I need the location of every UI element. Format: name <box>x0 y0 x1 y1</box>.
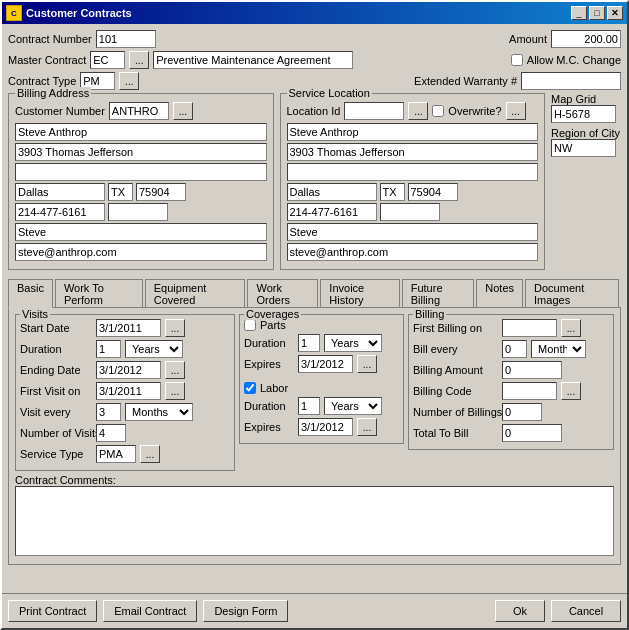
minimize-button[interactable]: _ <box>571 6 587 20</box>
maximize-button[interactable]: □ <box>589 6 605 20</box>
billing-code-input[interactable] <box>502 382 557 400</box>
email-contract-button[interactable]: Email Contract <box>103 600 197 622</box>
parts-expires-input[interactable] <box>298 355 353 373</box>
tab-work-to-perform[interactable]: Work To Perform <box>55 279 143 308</box>
visit-every-input[interactable] <box>96 403 121 421</box>
contract-number-input[interactable] <box>96 30 156 48</box>
bill-every-input[interactable] <box>502 340 527 358</box>
tab-document-images[interactable]: Document Images <box>525 279 619 308</box>
master-contract-input[interactable] <box>90 51 125 69</box>
contract-type-label: Contract Type <box>8 75 76 87</box>
labor-expires-browse-button[interactable]: ... <box>357 418 377 436</box>
contract-comments-section: Contract Comments: <box>15 474 614 558</box>
service-phone-input[interactable] <box>287 203 377 221</box>
service-address2-input[interactable] <box>287 163 539 181</box>
ending-date-input[interactable] <box>96 361 161 379</box>
billing-amount-input[interactable] <box>502 361 562 379</box>
region-input[interactable] <box>551 139 616 157</box>
contract-type-browse-button[interactable]: ... <box>119 72 139 90</box>
billing-phone-input[interactable] <box>15 203 105 221</box>
service-city-input[interactable] <box>287 183 377 201</box>
parts-expires-browse-button[interactable]: ... <box>357 355 377 373</box>
location-browse-button[interactable]: ... <box>408 102 428 120</box>
visit-every-unit-select[interactable]: Months Years <box>125 403 193 421</box>
visit-every-label: Visit every <box>20 406 92 418</box>
billing-state-input[interactable] <box>108 183 133 201</box>
contract-comments-textarea[interactable] <box>15 486 614 556</box>
region-group: Region of City <box>551 127 621 157</box>
customer-number-input[interactable] <box>109 102 169 120</box>
service-contact-input[interactable] <box>287 223 539 241</box>
service-name-input[interactable] <box>287 123 539 141</box>
window-title: Customer Contracts <box>26 7 567 19</box>
service-email-input[interactable] <box>287 243 539 261</box>
num-visits-input[interactable] <box>96 424 126 442</box>
service-phone2-input[interactable] <box>380 203 440 221</box>
tab-future-billing[interactable]: Future Billing <box>402 279 475 308</box>
right-buttons: Ok Cancel <box>495 600 621 622</box>
billing-zip-input[interactable] <box>136 183 186 201</box>
labor-duration-unit-select[interactable]: Years Months <box>324 397 382 415</box>
labor-expires-label: Expires <box>244 421 294 433</box>
master-contract-browse-button[interactable]: ... <box>129 51 149 69</box>
location-id-input[interactable] <box>344 102 404 120</box>
parts-duration-unit-select[interactable]: Years Months <box>324 334 382 352</box>
master-contract-desc-input[interactable] <box>153 51 353 69</box>
amount-input[interactable] <box>551 30 621 48</box>
billing-address1-input[interactable] <box>15 143 267 161</box>
tab-work-orders[interactable]: Work Orders <box>247 279 318 308</box>
map-grid-label: Map Grid <box>551 93 621 105</box>
allow-mc-change-checkbox[interactable] <box>511 54 523 66</box>
ending-date-browse-button[interactable]: ... <box>165 361 185 379</box>
overwrite-checkbox[interactable] <box>432 105 444 117</box>
design-form-button[interactable]: Design Form <box>203 600 288 622</box>
first-billing-input[interactable] <box>502 319 557 337</box>
parts-duration-input[interactable] <box>298 334 320 352</box>
service-state-input[interactable] <box>380 183 405 201</box>
first-visit-input[interactable] <box>96 382 161 400</box>
labor-checkbox[interactable] <box>244 382 256 394</box>
start-date-input[interactable] <box>96 319 161 337</box>
labor-expires-input[interactable] <box>298 418 353 436</box>
billing-city-input[interactable] <box>15 183 105 201</box>
service-zip-input[interactable] <box>408 183 458 201</box>
total-to-bill-input[interactable] <box>502 424 562 442</box>
num-billings-input[interactable] <box>502 403 542 421</box>
billing-phone2-input[interactable] <box>108 203 168 221</box>
customer-browse-button[interactable]: ... <box>173 102 193 120</box>
bill-every-unit-select[interactable]: Months Years <box>531 340 586 358</box>
close-button[interactable]: ✕ <box>607 6 623 20</box>
billing-address2-input[interactable] <box>15 163 267 181</box>
location-id-row: Location Id ... Overwrite? ... <box>287 102 539 120</box>
duration-unit-select[interactable]: Years Months <box>125 340 183 358</box>
first-billing-browse-button[interactable]: ... <box>561 319 581 337</box>
billing-name-input[interactable] <box>15 123 267 141</box>
num-visits-row: Number of Visits <box>20 424 230 442</box>
map-grid-input[interactable] <box>551 105 616 123</box>
service-address1-input[interactable] <box>287 143 539 161</box>
extended-warranty-input[interactable] <box>521 72 621 90</box>
first-visit-browse-button[interactable]: ... <box>165 382 185 400</box>
service-location-group: Service Location Location Id ... Overwri… <box>280 93 546 270</box>
service-type-input[interactable] <box>96 445 136 463</box>
billing-email-input[interactable] <box>15 243 267 261</box>
duration-input[interactable] <box>96 340 121 358</box>
tab-equipment-covered[interactable]: Equipment Covered <box>145 279 246 308</box>
labor-row: Labor <box>244 382 399 394</box>
tab-basic[interactable]: Basic <box>8 279 53 308</box>
parts-duration-label: Duration <box>244 337 294 349</box>
labor-label: Labor <box>260 382 288 394</box>
tab-notes[interactable]: Notes <box>476 279 523 308</box>
overwrite-browse-button[interactable]: ... <box>506 102 526 120</box>
start-date-browse-button[interactable]: ... <box>165 319 185 337</box>
service-type-browse-button[interactable]: ... <box>140 445 160 463</box>
print-contract-button[interactable]: Print Contract <box>8 600 97 622</box>
billing-contact-input[interactable] <box>15 223 267 241</box>
tab-invoice-history[interactable]: Invoice History <box>320 279 399 308</box>
service-location-title: Service Location <box>287 87 372 99</box>
billing-code-browse-button[interactable]: ... <box>561 382 581 400</box>
ok-button[interactable]: Ok <box>495 600 545 622</box>
cancel-button[interactable]: Cancel <box>551 600 621 622</box>
labor-duration-input[interactable] <box>298 397 320 415</box>
parts-checkbox[interactable] <box>244 319 256 331</box>
